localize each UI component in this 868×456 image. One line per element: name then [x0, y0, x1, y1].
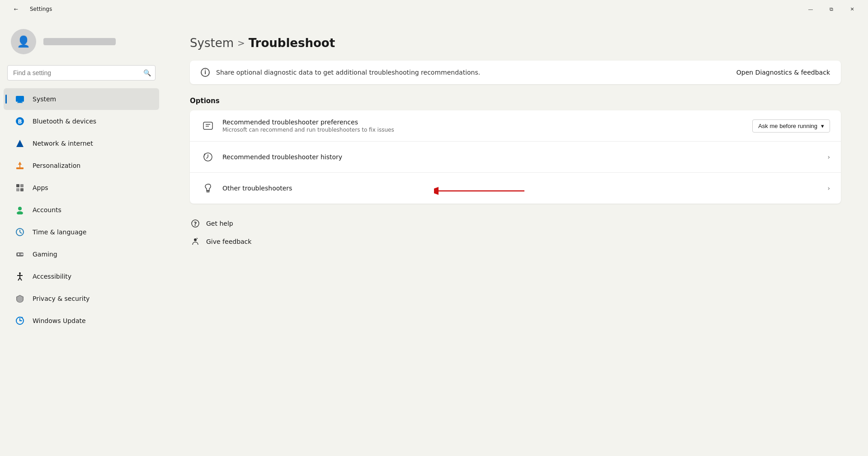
get-help-icon: ?	[190, 218, 201, 229]
sidebar-item-label-bluetooth: Bluetooth & devices	[33, 118, 96, 125]
minimize-button[interactable]: —	[800, 2, 821, 16]
sidebar-item-label-system: System	[33, 95, 56, 103]
other-troubleshooters-content: Other troubleshooters	[222, 185, 827, 192]
sidebar: 👤 🔍 System	[0, 18, 163, 456]
svg-marker-8	[18, 162, 22, 165]
accessibility-icon	[14, 271, 25, 282]
bluetooth-icon: B	[14, 116, 25, 127]
dropdown-value: Ask me before running	[758, 123, 817, 129]
back-button[interactable]: ←	[5, 2, 26, 16]
user-name-bar	[43, 38, 116, 45]
info-banner-text: Share optional diagnostic data to get ad…	[216, 69, 480, 76]
sidebar-item-privacy[interactable]: Privacy & security	[4, 288, 159, 309]
recommended-prefs-icon	[201, 119, 215, 133]
svg-point-14	[17, 211, 23, 214]
info-banner: i Share optional diagnostic data to get …	[190, 61, 841, 84]
close-button[interactable]: ✕	[842, 2, 863, 16]
sidebar-item-label-accessibility: Accessibility	[33, 273, 71, 280]
breadcrumb-current: Troubleshoot	[249, 36, 335, 50]
sidebar-item-update[interactable]: Windows Update	[4, 310, 159, 332]
svg-rect-9	[16, 184, 19, 187]
recommended-prefs-dropdown[interactable]: Ask me before running ▾	[752, 119, 830, 133]
sidebar-item-label-accounts: Accounts	[33, 206, 61, 214]
titlebar-left: ← Settings	[5, 2, 52, 16]
svg-rect-22	[18, 253, 19, 255]
sidebar-item-label-gaming: Gaming	[33, 251, 57, 258]
chevron-right-icon: ›	[827, 153, 830, 161]
svg-text:B: B	[18, 119, 22, 125]
sidebar-item-personalization[interactable]: Personalization	[4, 155, 159, 176]
sidebar-item-system[interactable]: System	[4, 88, 159, 110]
main-content: System > Troubleshoot i Share optional d…	[163, 18, 868, 456]
give-feedback-link[interactable]: Give feedback	[190, 234, 841, 249]
app-container: 👤 🔍 System	[0, 18, 868, 456]
other-troubleshooters-control: ›	[827, 185, 830, 192]
sidebar-item-label-apps: Apps	[33, 184, 48, 191]
sidebar-item-label-personalization: Personalization	[33, 162, 80, 169]
accounts-icon	[14, 204, 25, 215]
recommended-prefs-subtitle: Microsoft can recommend and run troubles…	[222, 127, 752, 133]
svg-point-23	[19, 272, 21, 274]
bottom-links: ? Get help Give feedback	[190, 216, 841, 249]
get-help-label: Get help	[206, 220, 233, 227]
maximize-button[interactable]: ⧉	[821, 2, 842, 16]
sidebar-item-bluetooth[interactable]: B Bluetooth & devices	[4, 110, 159, 132]
recommended-prefs-control: Ask me before running ▾	[752, 119, 830, 133]
apps-icon	[14, 182, 25, 193]
gaming-icon	[14, 249, 25, 260]
info-banner-link[interactable]: Open Diagnostics & feedback	[736, 69, 830, 76]
recommended-history-icon	[201, 150, 215, 164]
recommended-prefs-content: Recommended troubleshooter preferences M…	[222, 119, 752, 133]
svg-marker-5	[16, 140, 24, 147]
breadcrumb-separator: >	[237, 38, 245, 48]
sidebar-item-label-update: Windows Update	[33, 317, 86, 324]
sidebar-item-apps[interactable]: Apps	[4, 177, 159, 199]
svg-line-27	[20, 278, 22, 280]
user-icon: 👤	[17, 35, 30, 48]
svg-point-19	[21, 254, 22, 255]
option-row-recommended-prefs[interactable]: Recommended troubleshooter preferences M…	[190, 110, 841, 142]
window-controls: — ⧉ ✕	[800, 2, 863, 16]
recommended-history-content: Recommended troubleshooter history	[222, 153, 827, 161]
give-feedback-icon	[190, 236, 201, 247]
privacy-icon	[14, 293, 25, 304]
svg-rect-2	[17, 102, 23, 103]
sidebar-item-label-network: Network & internet	[33, 140, 93, 147]
system-icon	[14, 94, 25, 104]
sidebar-nav: System B Bluetooth & devices Network	[0, 88, 163, 332]
other-troubleshooters-icon	[201, 181, 215, 195]
recommended-prefs-title: Recommended troubleshooter preferences	[222, 119, 752, 126]
update-icon	[14, 315, 25, 326]
sidebar-item-accounts[interactable]: Accounts	[4, 199, 159, 221]
network-icon	[14, 138, 25, 149]
avatar: 👤	[11, 29, 36, 54]
svg-line-43	[197, 238, 198, 239]
chevron-down-icon: ▾	[821, 123, 824, 129]
info-banner-left: i Share optional diagnostic data to get …	[201, 68, 480, 77]
sidebar-item-accessibility[interactable]: Accessibility	[4, 266, 159, 287]
info-icon: i	[201, 68, 210, 77]
give-feedback-label: Give feedback	[206, 238, 251, 245]
app-title: Settings	[30, 6, 52, 12]
sidebar-item-label-time: Time & language	[33, 228, 86, 236]
svg-rect-30	[203, 122, 212, 129]
sidebar-item-gaming[interactable]: Gaming	[4, 243, 159, 265]
svg-rect-37	[207, 191, 209, 192]
option-row-other-troubleshooters[interactable]: Other troubleshooters ›	[190, 173, 841, 204]
chevron-right-icon-2: ›	[827, 185, 830, 192]
search-input[interactable]	[7, 65, 156, 81]
option-row-recommended-history[interactable]: Recommended troubleshooter history ›	[190, 142, 841, 173]
recommended-history-control: ›	[827, 153, 830, 161]
other-troubleshooters-title: Other troubleshooters	[222, 185, 827, 192]
breadcrumb-parent[interactable]: System	[190, 36, 234, 50]
svg-rect-10	[20, 184, 24, 187]
options-card: Recommended troubleshooter preferences M…	[190, 110, 841, 204]
get-help-link[interactable]: ? Get help	[190, 216, 841, 231]
svg-rect-11	[16, 188, 19, 191]
search-box: 🔍	[7, 65, 156, 81]
svg-rect-12	[20, 188, 24, 191]
sidebar-item-time[interactable]: Time & language	[4, 221, 159, 243]
sidebar-item-network[interactable]: Network & internet	[4, 133, 159, 154]
breadcrumb: System > Troubleshoot	[190, 36, 841, 50]
sidebar-item-label-privacy: Privacy & security	[33, 295, 90, 302]
